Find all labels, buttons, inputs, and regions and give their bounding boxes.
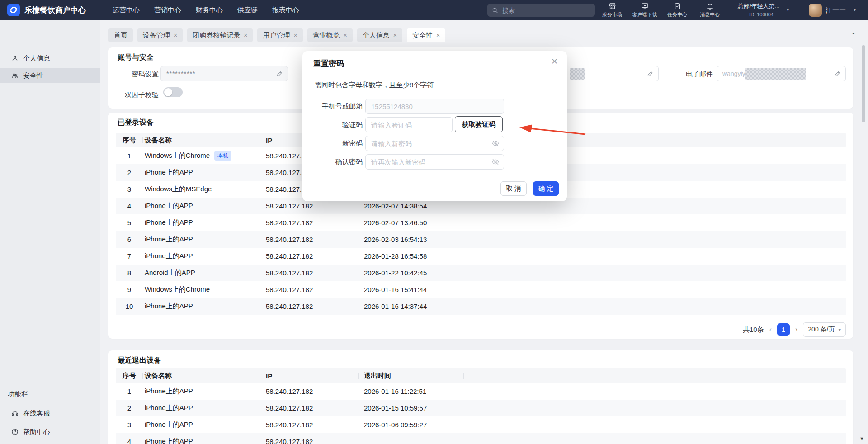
- global-search[interactable]: [487, 4, 595, 17]
- sidebar-section-label: 功能栏: [8, 390, 28, 399]
- verification-code-input[interactable]: [365, 117, 453, 132]
- device-name: iPhone上的APP: [143, 214, 260, 231]
- close-icon[interactable]: ✕: [551, 57, 558, 66]
- scrollbar-thumb[interactable]: [862, 45, 865, 122]
- device-name: iPhone上的APP: [143, 298, 260, 315]
- column-header-ip: IP: [260, 368, 359, 383]
- close-icon[interactable]: ×: [244, 32, 247, 38]
- tab-home[interactable]: 首页: [108, 28, 133, 42]
- device-row: 9Windows上的Chrome58.240.127.1822026-01-16…: [116, 281, 846, 298]
- device-ip: 58.240.127.182: [260, 416, 359, 433]
- nav-item-marketing[interactable]: 营销中心: [154, 6, 181, 14]
- eye-off-icon[interactable]: [492, 140, 499, 147]
- row-extra: [464, 433, 846, 444]
- password-rule-hint: 需同时包含字母和数字，且至少8个字符: [315, 81, 434, 90]
- device-name: iPhone上的APP: [143, 400, 260, 416]
- device-name: iPhone上的APP: [143, 433, 260, 444]
- sidebar-item-help-center[interactable]: 帮助中心: [0, 425, 100, 439]
- tab-profile[interactable]: 个人信息×: [357, 28, 402, 42]
- edit-pencil-icon[interactable]: [834, 71, 841, 77]
- contact-input[interactable]: [365, 99, 504, 114]
- device-time: 2026-01-16 15:41:44: [359, 281, 464, 298]
- row-index: 3: [116, 181, 143, 198]
- contact-label: 手机号或邮箱: [302, 102, 363, 111]
- user-avatar[interactable]: [809, 4, 822, 17]
- confirm-button[interactable]: 确 定: [533, 181, 559, 196]
- tab-label: 团购券核销记录: [193, 31, 240, 40]
- eye-off-icon[interactable]: [492, 158, 499, 165]
- user-name[interactable]: 汪一一: [826, 0, 846, 20]
- tab-user-management[interactable]: 用户管理×: [257, 28, 302, 42]
- column-header-time: 退出时间: [359, 368, 464, 383]
- row-index: 4: [116, 433, 143, 444]
- pagination-page-1[interactable]: 1: [777, 323, 790, 336]
- device-row: 5iPhone上的APP58.240.127.1822026-02-07 13:…: [116, 214, 846, 231]
- column-header-device: 设备名称: [143, 368, 260, 383]
- table-body: 1iPhone上的APP58.240.127.1822026-01-16 11:…: [116, 383, 846, 444]
- app-root: 乐檬餐饮商户中心 运营中心营销中心财务中心供应链报表中心 服务市场客户端下载任务…: [0, 0, 868, 444]
- search-input[interactable]: [501, 6, 590, 14]
- cancel-button[interactable]: 取 消: [500, 181, 527, 196]
- row-index: 6: [116, 231, 143, 248]
- page-size-select[interactable]: 200 条/页 ▾: [803, 322, 846, 337]
- quick-action-storefront[interactable]: 服务市场: [596, 0, 628, 20]
- local-device-badge: 本机: [214, 151, 231, 161]
- quick-action-client-download[interactable]: 客户端下载: [628, 0, 661, 20]
- device-row: 4iPhone上的APP58.240.127.182: [116, 433, 846, 444]
- bell-icon: [706, 2, 714, 10]
- primary-nav: 运营中心营销中心财务中心供应链报表中心: [113, 0, 299, 20]
- nav-item-operations[interactable]: 运营中心: [113, 6, 140, 14]
- device-row: 10iPhone上的APP58.240.127.1822026-01-16 14…: [116, 298, 846, 315]
- sidebar-item-profile[interactable]: 个人信息: [0, 51, 100, 66]
- chevron-down-icon[interactable]: ▾: [854, 7, 856, 13]
- tabs-chevron-down-icon[interactable]: ⌄: [851, 28, 856, 36]
- sidebar-item-security[interactable]: 安全性: [0, 68, 100, 83]
- tab-label: 用户管理: [263, 31, 290, 40]
- scroll-down-icon[interactable]: ▼: [859, 436, 864, 441]
- chevron-left-icon[interactable]: ‹: [769, 326, 772, 334]
- quick-action-label: 客户端下载: [632, 11, 657, 18]
- row-extra: [464, 416, 846, 433]
- tab-device-management[interactable]: 设备管理×: [137, 28, 183, 42]
- tab-label: 安全性: [412, 31, 433, 40]
- tab-security[interactable]: 安全性×: [407, 28, 445, 42]
- close-icon[interactable]: ×: [344, 32, 347, 38]
- nav-item-finance[interactable]: 财务中心: [196, 6, 223, 14]
- password-label: 密码设置: [108, 70, 159, 79]
- row-index: 2: [116, 164, 143, 181]
- quick-action-bell[interactable]: 消息中心: [693, 0, 726, 20]
- org-switcher[interactable]: 总部/年轻人第... ID: 100004: [738, 2, 785, 17]
- code-label: 验证码: [302, 121, 363, 129]
- toggle-knob: [164, 88, 172, 96]
- quick-action-task-center[interactable]: 任务中心: [661, 0, 693, 20]
- chevron-right-icon[interactable]: ›: [795, 326, 797, 334]
- device-ip: 58.240.127.182: [260, 231, 359, 248]
- close-icon[interactable]: ×: [174, 32, 177, 38]
- tab-groupon-verification[interactable]: 团购券核销记录×: [187, 28, 253, 42]
- close-icon[interactable]: ×: [436, 32, 440, 38]
- sidebar-item-label: 帮助中心: [23, 428, 50, 436]
- card-title: 已登录设备: [118, 118, 154, 128]
- two-factor-toggle[interactable]: [163, 87, 183, 97]
- row-extra: [464, 265, 846, 281]
- row-extra: [464, 400, 846, 416]
- pagination-total: 共10条: [743, 326, 764, 334]
- brand-title: 乐檬餐饮商户中心: [24, 0, 86, 20]
- close-icon[interactable]: ×: [293, 32, 297, 38]
- device-time: 2026-01-15 10:59:57: [359, 400, 464, 416]
- edit-pencil-icon[interactable]: [647, 71, 654, 77]
- confirm-password-input[interactable]: [365, 154, 504, 170]
- close-icon[interactable]: ×: [393, 32, 397, 38]
- tab-business-overview[interactable]: 营业概览×: [307, 28, 353, 42]
- nav-item-supply-chain[interactable]: 供应链: [237, 6, 258, 14]
- sidebar-item-label: 安全性: [23, 71, 43, 80]
- edit-pencil-icon[interactable]: [276, 71, 283, 77]
- chevron-down-icon[interactable]: ▾: [787, 7, 789, 13]
- tab-label: 个人信息: [363, 31, 390, 40]
- sidebar-item-online-service[interactable]: 在线客服: [0, 406, 100, 420]
- email-field: wangyiy: [717, 66, 846, 81]
- get-code-button[interactable]: 获取验证码: [455, 116, 503, 132]
- nav-item-reports[interactable]: 报表中心: [272, 6, 299, 14]
- password-field: **********: [160, 66, 288, 81]
- new-password-input[interactable]: [365, 136, 504, 151]
